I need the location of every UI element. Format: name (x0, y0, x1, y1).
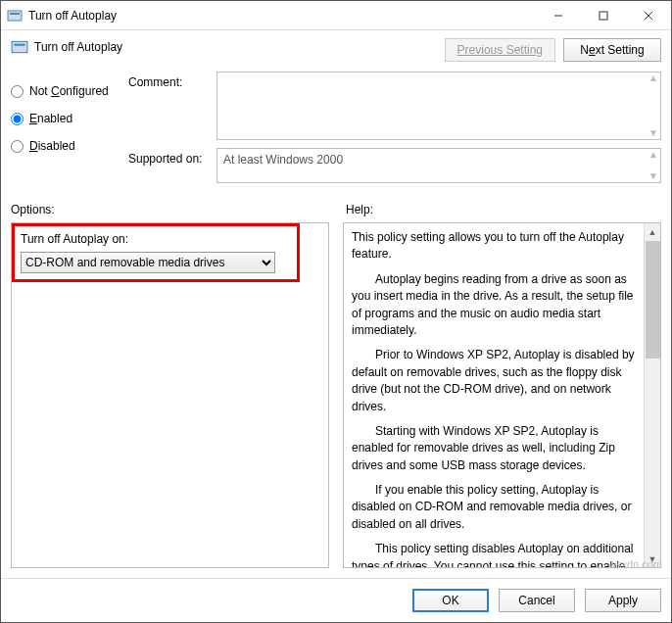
supported-label: Supported on: (128, 148, 216, 183)
help-scrollbar[interactable]: ▲ ▼ (644, 223, 660, 567)
scroll-thumb[interactable] (646, 241, 660, 359)
help-paragraph: Autoplay begins reading from a drive as … (352, 271, 636, 340)
svg-rect-1 (10, 13, 20, 15)
svg-rect-7 (14, 44, 24, 46)
titlebar: Turn off Autoplay (1, 1, 671, 30)
close-icon (644, 11, 653, 21)
help-paragraph: Starting with Windows XP SP2, Autoplay i… (352, 423, 636, 474)
svg-rect-6 (12, 41, 27, 52)
radio-enabled-input[interactable] (11, 113, 24, 125)
maximize-icon (599, 11, 608, 21)
column-headers: Options: Help: (1, 197, 671, 222)
header-row: Turn off Autoplay Previous Setting Next … (1, 30, 671, 72)
radio-enabled-label: Enabled (29, 112, 72, 125)
policy-icon (7, 8, 23, 24)
radio-disabled-input[interactable] (11, 140, 24, 153)
radio-not-configured-label: Not Configured (29, 84, 109, 98)
policy-icon (11, 38, 28, 56)
next-setting-label: Next Setting (580, 43, 644, 57)
minimize-button[interactable] (536, 1, 581, 30)
close-button[interactable] (626, 1, 671, 30)
options-header: Options: (11, 197, 326, 222)
previous-setting-label: Previous Setting (457, 43, 543, 57)
supported-on-text: At least Windows 2000 (223, 153, 343, 167)
help-text: This policy setting allows you to turn o… (344, 223, 644, 567)
comment-label: Comment: (128, 72, 216, 140)
previous-setting-button: Previous Setting (445, 38, 555, 62)
scroll-up-icon[interactable]: ▲ (645, 223, 660, 240)
ok-button[interactable]: OK (412, 589, 489, 612)
supported-scroll: ▲▼ (648, 151, 658, 180)
radio-not-configured[interactable]: Not Configured (11, 77, 128, 105)
scroll-down-icon[interactable]: ▼ (645, 551, 660, 567)
radio-not-configured-input[interactable] (11, 85, 24, 98)
comment-textarea[interactable]: ▲▼ (216, 72, 661, 140)
help-paragraph: This policy setting allows you to turn o… (352, 229, 636, 264)
help-pane: This policy setting allows you to turn o… (343, 222, 661, 568)
svg-rect-3 (600, 12, 607, 20)
next-setting-button[interactable]: Next Setting (563, 38, 661, 62)
radio-enabled[interactable]: Enabled (11, 105, 128, 132)
policy-editor-window: Turn off Autoplay Turn off Autoplay Prev… (0, 0, 672, 623)
dialog-footer: OK Cancel Apply (1, 578, 671, 622)
maximize-button[interactable] (581, 1, 626, 30)
cancel-button[interactable]: Cancel (499, 589, 575, 612)
fields: Comment: ▲▼ Supported on: At least Windo… (128, 72, 661, 191)
radio-disabled[interactable]: Disabled (11, 132, 128, 160)
panes: Turn off Autoplay on: CD-ROM and removab… (1, 222, 671, 578)
help-header: Help: (346, 197, 661, 222)
minimize-icon (553, 11, 563, 21)
help-paragraph: If you enable this policy setting, Autop… (352, 482, 636, 533)
autoplay-target-select[interactable]: CD-ROM and removable media drives (21, 252, 275, 273)
help-paragraph: Prior to Windows XP SP2, Autoplay is dis… (352, 347, 636, 415)
help-paragraph: This policy setting disables Autoplay on… (352, 541, 636, 567)
comment-scroll[interactable]: ▲▼ (648, 74, 658, 137)
state-radios: Not Configured Enabled Disabled (11, 72, 128, 191)
supported-on-box: At least Windows 2000 ▲▼ (216, 148, 661, 183)
window-title: Turn off Autoplay (28, 9, 536, 23)
options-pane: Turn off Autoplay on: CD-ROM and removab… (11, 222, 329, 568)
config-row: Not Configured Enabled Disabled Comment:… (1, 72, 671, 197)
policy-title: Turn off Autoplay (34, 38, 437, 54)
radio-disabled-label: Disabled (29, 139, 75, 153)
options-highlight: Turn off Autoplay on: CD-ROM and removab… (12, 223, 300, 282)
svg-rect-0 (8, 11, 22, 21)
apply-button[interactable]: Apply (585, 589, 661, 612)
autoplay-option-label: Turn off Autoplay on: (21, 232, 291, 246)
